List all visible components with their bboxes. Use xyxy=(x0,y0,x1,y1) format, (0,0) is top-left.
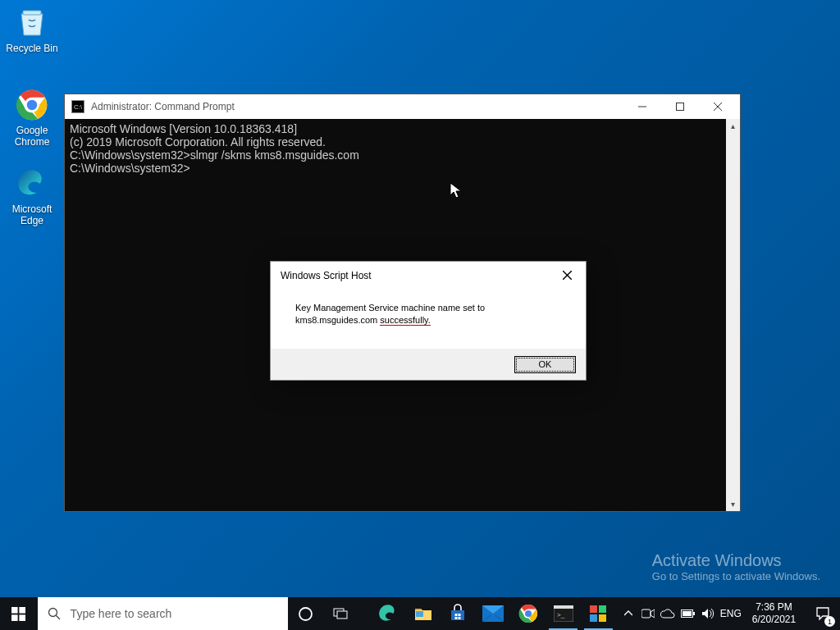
svg-rect-20 xyxy=(455,614,458,616)
close-button[interactable] xyxy=(699,94,737,119)
terminal-line: C:\Windows\system32>slmgr /skms kms8.msg… xyxy=(70,148,735,162)
dialog-close-button[interactable] xyxy=(555,265,579,286)
svg-rect-5 xyxy=(677,103,684,111)
svg-point-14 xyxy=(48,609,57,617)
desktop-icon-edge[interactable]: Microsoft Edge xyxy=(2,166,62,227)
activation-watermark: Activate Windows Go to Settings to activ… xyxy=(652,551,820,582)
taskbar-app-mail[interactable] xyxy=(476,597,511,630)
tray-meet-now-icon[interactable] xyxy=(641,608,655,619)
svg-rect-28 xyxy=(554,605,573,609)
ok-button[interactable]: OK xyxy=(514,356,576,373)
svg-rect-13 xyxy=(20,614,26,621)
script-host-dialog: Windows Script Host Key Management Servi… xyxy=(270,261,587,381)
search-placeholder: Type here to search xyxy=(71,607,172,620)
svg-rect-23 xyxy=(459,617,461,619)
svg-line-15 xyxy=(56,615,60,619)
clock-date: 6/20/2021 xyxy=(752,614,796,626)
terminal-line: C:\Windows\system32> xyxy=(70,162,735,175)
svg-rect-36 xyxy=(682,611,692,616)
folder-icon xyxy=(413,605,433,623)
svg-rect-22 xyxy=(455,617,458,619)
scrollbar[interactable]: ▴ ▾ xyxy=(726,119,740,511)
chrome-icon xyxy=(518,604,538,623)
svg-rect-11 xyxy=(20,607,26,614)
windows-icon xyxy=(11,607,25,621)
mail-icon xyxy=(482,605,504,622)
chrome-icon xyxy=(14,87,50,123)
watermark-title: Activate Windows xyxy=(652,551,820,570)
task-view-button[interactable] xyxy=(323,597,358,630)
desktop-icon-label: Google Chrome xyxy=(2,125,62,148)
svg-point-26 xyxy=(525,610,532,617)
store-icon xyxy=(448,604,468,623)
desktop-icon-recycle-bin[interactable]: Recycle Bin xyxy=(2,5,62,54)
svg-rect-34 xyxy=(641,609,651,618)
dialog-footer: OK xyxy=(271,349,586,380)
terminal-line: Microsoft Windows [Version 10.0.18363.41… xyxy=(70,122,735,135)
dialog-title: Windows Script Host xyxy=(281,270,555,281)
taskbar-app-chrome[interactable] xyxy=(511,597,546,630)
taskbar-app-explorer[interactable] xyxy=(405,597,441,630)
maximize-button[interactable] xyxy=(661,94,699,119)
window-titlebar[interactable]: C:\ Administrator: Command Prompt xyxy=(65,94,740,119)
cmd-icon: >_ xyxy=(554,605,573,622)
start-button[interactable] xyxy=(0,597,38,630)
minimize-button[interactable] xyxy=(623,94,661,119)
tray-power-icon[interactable] xyxy=(681,609,696,619)
action-center-button[interactable]: 1 xyxy=(806,597,840,630)
svg-rect-10 xyxy=(11,607,18,614)
watermark-subtitle: Go to Settings to activate Windows. xyxy=(652,570,820,582)
desktop-icon-label: Recycle Bin xyxy=(6,43,57,54)
svg-rect-33 xyxy=(599,614,606,622)
recycle-bin-icon xyxy=(14,5,50,41)
system-tray: ENG 7:36 PM 6/20/2021 xyxy=(616,597,806,630)
taskbar-clock[interactable]: 7:36 PM 6/20/2021 xyxy=(747,601,801,626)
scroll-down-icon[interactable]: ▾ xyxy=(726,497,740,511)
svg-rect-0 xyxy=(23,11,41,15)
svg-rect-12 xyxy=(11,614,18,621)
tray-onedrive-icon[interactable] xyxy=(660,609,675,619)
app-icon xyxy=(588,604,608,623)
task-view-icon xyxy=(332,607,349,620)
cortana-icon xyxy=(298,606,313,622)
svg-rect-21 xyxy=(459,614,461,616)
svg-rect-31 xyxy=(599,605,606,613)
dialog-body: Key Management Service machine name set … xyxy=(271,289,586,349)
svg-rect-32 xyxy=(590,614,597,622)
taskbar-app-cmd[interactable]: >_ xyxy=(546,597,581,630)
edge-icon xyxy=(14,166,50,202)
desktop-icon-chrome[interactable]: Google Chrome xyxy=(2,87,62,148)
taskbar-app-store[interactable] xyxy=(441,597,476,630)
taskbar-app-kms[interactable] xyxy=(581,597,616,630)
scroll-up-icon[interactable]: ▴ xyxy=(726,119,740,133)
taskbar: Type here to search xyxy=(0,597,840,630)
window-title: Administrator: Command Prompt xyxy=(91,101,623,112)
dialog-titlebar[interactable]: Windows Script Host xyxy=(271,262,586,289)
edge-icon xyxy=(377,603,399,624)
terminal-line: (c) 2019 Microsoft Corporation. All righ… xyxy=(70,135,735,148)
search-icon xyxy=(48,607,61,620)
svg-rect-19 xyxy=(416,611,423,617)
taskbar-app-edge[interactable] xyxy=(371,597,406,630)
dialog-message-emphasis: successfully. xyxy=(380,315,431,326)
taskbar-search[interactable]: Type here to search xyxy=(38,597,288,630)
desktop-icon-label: Microsoft Edge xyxy=(2,203,62,227)
notification-badge: 1 xyxy=(824,616,835,627)
svg-text:>_: >_ xyxy=(557,611,565,619)
clock-time: 7:36 PM xyxy=(752,601,796,614)
cortana-button[interactable] xyxy=(288,597,323,630)
svg-rect-30 xyxy=(590,605,597,613)
svg-point-16 xyxy=(299,608,312,620)
chevron-up-icon xyxy=(624,609,632,618)
tray-overflow-button[interactable] xyxy=(621,609,636,618)
cmd-icon: C:\ xyxy=(71,100,84,113)
svg-rect-18 xyxy=(337,611,347,619)
svg-rect-37 xyxy=(693,612,695,615)
tray-language[interactable]: ENG xyxy=(720,608,742,619)
tray-volume-icon[interactable] xyxy=(701,608,714,619)
